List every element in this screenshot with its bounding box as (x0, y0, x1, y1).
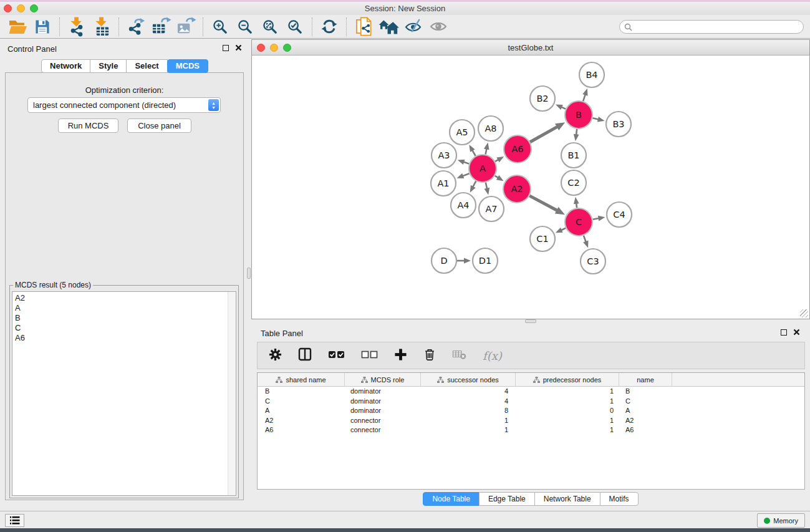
result-list-item[interactable]: C (12, 323, 236, 333)
export-table-icon[interactable] (148, 16, 173, 37)
zoom-selected-icon[interactable] (282, 16, 307, 37)
network-window-titlebar: testGlobe.txt (252, 40, 809, 56)
export-network-icon[interactable] (123, 16, 148, 37)
result-list-item[interactable]: A2 (12, 293, 236, 303)
task-history-button[interactable] (5, 514, 24, 527)
float-table-panel-icon[interactable] (781, 329, 787, 336)
table-cell[interactable]: C (258, 397, 345, 407)
graph-edge-arrow-icon (485, 188, 490, 195)
settings-gear-icon[interactable] (269, 348, 282, 364)
table-cell[interactable]: 1 (516, 425, 619, 435)
column-header-name[interactable]: name (619, 373, 672, 386)
table-cell[interactable]: connector (345, 416, 421, 426)
copy-network-view-icon[interactable] (351, 16, 376, 37)
zoom-in-icon[interactable] (208, 16, 233, 37)
column-header-shared-name[interactable]: shared name (258, 373, 345, 386)
result-list-item[interactable]: B (12, 313, 236, 323)
tab-network[interactable]: Network (41, 59, 90, 73)
result-list-item[interactable]: A (12, 303, 236, 313)
resize-grip[interactable] (800, 309, 808, 317)
graph-edge-arrow-icon (582, 89, 587, 96)
table-cell[interactable]: 4 (421, 387, 516, 397)
import-table-icon[interactable] (89, 16, 114, 37)
split-columns-icon[interactable] (298, 347, 312, 364)
network-canvas[interactable]: B4B2BB3A5A8A6B1A3AA1C2A2A4A7C4CC1C3DD1 (252, 56, 809, 319)
network-graph: B4B2BB3A5A8A6B1A3AA1C2A2A4A7C4CC1C3DD1 (252, 56, 809, 319)
table-cell[interactable]: 1 (421, 416, 516, 426)
zoom-out-icon[interactable] (233, 16, 258, 37)
tab-motifs[interactable]: Motifs (600, 492, 639, 506)
import-network-icon[interactable] (64, 16, 89, 37)
search-input[interactable] (635, 22, 803, 31)
float-panel-icon[interactable] (223, 45, 229, 51)
table-cell[interactable]: A2 (258, 416, 345, 426)
table-cell[interactable]: 1 (516, 387, 619, 397)
run-mcds-button[interactable]: Run MCDS (58, 118, 118, 133)
graph-edge-arrow-icon (496, 157, 504, 162)
function-builder-icon[interactable]: f(x) (483, 349, 502, 362)
show-graphics-details-icon[interactable] (426, 16, 451, 37)
criterion-value: largest connected component (directed) (33, 100, 176, 110)
table-cell[interactable]: A6 (258, 425, 345, 435)
delete-table-icon[interactable] (452, 348, 466, 363)
select-all-icon[interactable] (328, 350, 345, 361)
save-session-icon[interactable] (30, 16, 55, 37)
graph-node-label: C3 (587, 256, 599, 266)
result-scrollbar[interactable] (228, 292, 236, 495)
table-cell[interactable]: A6 (619, 425, 672, 435)
table-cell[interactable]: A (619, 406, 672, 416)
table-cell[interactable]: dominator (345, 387, 421, 397)
column-namespace-icon (361, 377, 368, 383)
tab-edge-table[interactable]: Edge Table (479, 492, 535, 506)
home-icon[interactable] (376, 16, 401, 37)
table-row[interactable]: Adominator80A (258, 406, 804, 416)
table-row[interactable]: Bdominator41B (258, 387, 804, 397)
table-cell[interactable]: connector (345, 425, 421, 435)
column-header-MCDS-role[interactable]: MCDS role (345, 373, 421, 386)
tab-network-table[interactable]: Network Table (534, 492, 600, 506)
close-panel-icon[interactable] (235, 44, 242, 51)
tab-mcds[interactable]: MCDS (167, 59, 208, 73)
criterion-dropdown[interactable]: largest connected component (directed) ▲… (27, 97, 221, 113)
open-session-icon[interactable] (5, 16, 30, 37)
table-cell[interactable]: 8 (421, 406, 516, 416)
table-cell[interactable]: A2 (619, 416, 672, 426)
table-cell[interactable]: 4 (421, 397, 516, 407)
unselect-all-icon[interactable] (361, 350, 378, 361)
control-panel-title: Control Panel (7, 44, 57, 54)
table-cell[interactable]: dominator (345, 397, 421, 407)
tab-select[interactable]: Select (126, 59, 167, 73)
table-cell[interactable]: 0 (516, 406, 619, 416)
zoom-fit-icon[interactable] (258, 16, 282, 37)
task-list-icon (9, 516, 20, 525)
refresh-icon[interactable] (317, 16, 342, 37)
table-cell[interactable]: C (619, 397, 672, 407)
table-cell[interactable]: B (619, 387, 672, 397)
table-row[interactable]: A2connector11A2 (258, 416, 804, 426)
table-cell[interactable]: 1 (516, 397, 619, 407)
tab-style[interactable]: Style (90, 59, 127, 73)
close-panel-button[interactable]: Close panel (127, 118, 191, 133)
graph-edge-A2-C[interactable] (529, 196, 557, 211)
close-table-panel-icon[interactable] (793, 329, 800, 336)
table-cell[interactable]: A (258, 406, 345, 416)
add-column-icon[interactable] (394, 348, 407, 364)
graph-node-label: B2 (536, 94, 548, 104)
memory-button[interactable]: Memory (757, 513, 805, 528)
table-row[interactable]: Cdominator41C (258, 397, 804, 407)
hide-graphics-details-icon[interactable] (401, 16, 426, 37)
tab-node-table[interactable]: Node Table (423, 492, 480, 506)
search-field[interactable] (619, 20, 804, 34)
column-header-successor-nodes[interactable]: successor nodes (421, 373, 516, 386)
table-cell[interactable]: B (258, 387, 345, 397)
split-divider-vertical[interactable] (247, 268, 251, 279)
table-cell[interactable]: 1 (516, 416, 619, 426)
graph-edge-A6-B[interactable] (530, 127, 558, 142)
column-header-predecessor-nodes[interactable]: predecessor nodes (516, 373, 619, 386)
delete-column-icon[interactable] (423, 347, 436, 364)
table-cell[interactable]: dominator (345, 406, 421, 416)
table-cell[interactable]: 1 (421, 425, 516, 435)
table-row[interactable]: A6connector11A6 (258, 425, 804, 435)
export-image-icon[interactable] (173, 16, 198, 37)
result-list-item[interactable]: A6 (12, 333, 236, 343)
